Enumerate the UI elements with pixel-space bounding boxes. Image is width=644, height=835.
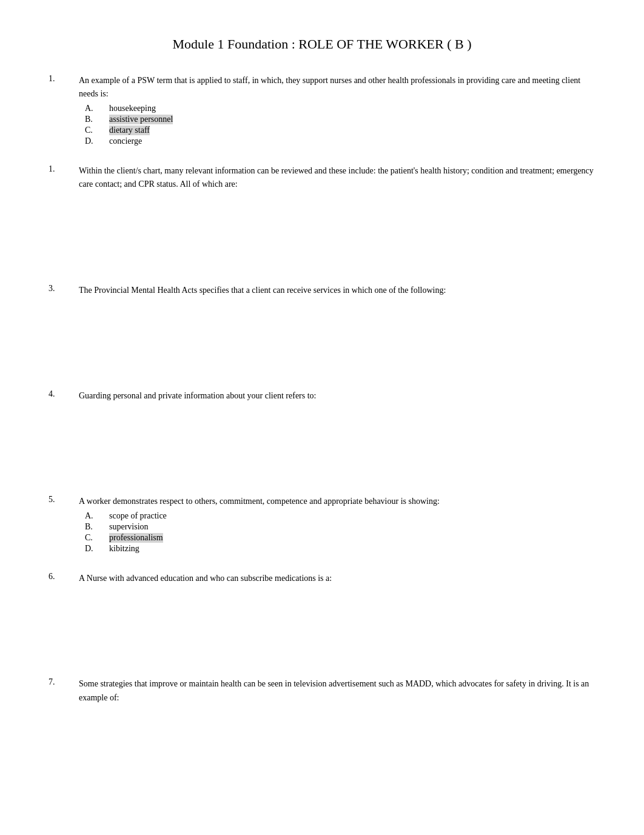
question-item: 6.A Nurse with advanced education and wh… xyxy=(49,572,595,588)
question-body: Within the client/s chart, many relevant… xyxy=(79,164,595,194)
answer-text: supervision xyxy=(109,522,149,532)
question-item: 1.An example of a PSW term that is appli… xyxy=(49,74,595,147)
answer-item: B.supervision xyxy=(79,522,595,532)
question-item: 4.Guarding personal and private informat… xyxy=(49,389,595,405)
questions-container: 1.An example of a PSW term that is appli… xyxy=(49,74,595,707)
question-text: The Provincial Mental Health Acts specif… xyxy=(79,284,595,297)
question-number: 1. xyxy=(49,74,79,84)
question-text: An example of a PSW term that is applied… xyxy=(79,74,595,101)
answer-item: A.scope of practice xyxy=(79,511,595,521)
answer-text: assistive personnel xyxy=(109,115,173,124)
question-text: A worker demonstrates respect to others,… xyxy=(79,495,595,508)
answer-letter: D. xyxy=(79,544,109,554)
question-body: Guarding personal and private informatio… xyxy=(79,389,595,405)
question-text: Guarding personal and private informatio… xyxy=(79,389,595,403)
answer-text: scope of practice xyxy=(109,511,167,521)
question-body: A Nurse with advanced education and who … xyxy=(79,572,595,588)
answer-letter: C. xyxy=(79,533,109,543)
answer-text: professionalism xyxy=(109,533,163,543)
question-text: Some strategies that improve or maintain… xyxy=(79,677,595,705)
answer-item: C.dietary staff xyxy=(79,126,595,135)
question-number: 4. xyxy=(49,389,79,399)
question-body: The Provincial Mental Health Acts specif… xyxy=(79,284,595,300)
answer-letter: D. xyxy=(79,136,109,146)
question-text: Within the client/s chart, many relevant… xyxy=(79,164,595,192)
question-number: 7. xyxy=(49,677,79,687)
answer-item: A.housekeeping xyxy=(79,104,595,113)
question-item: 5.A worker demonstrates respect to other… xyxy=(49,495,595,554)
answer-letter: B. xyxy=(79,115,109,124)
answer-letter: A. xyxy=(79,104,109,113)
answer-item: D.kibitzing xyxy=(79,544,595,554)
answer-letter: B. xyxy=(79,522,109,532)
answer-item: C.professionalism xyxy=(79,533,595,543)
page-title: Module 1 Foundation : ROLE OF THE WORKER… xyxy=(49,36,595,52)
answer-list: A.housekeepingB.assistive personnelC.die… xyxy=(79,104,595,146)
question-body: A worker demonstrates respect to others,… xyxy=(79,495,595,554)
question-item: 1.Within the client/s chart, many releva… xyxy=(49,164,595,194)
question-number: 3. xyxy=(49,284,79,293)
answer-list: A.scope of practiceB.supervisionC.profes… xyxy=(79,511,595,554)
question-body: An example of a PSW term that is applied… xyxy=(79,74,595,147)
answer-letter: C. xyxy=(79,126,109,135)
question-number: 5. xyxy=(49,495,79,505)
answer-text: kibitzing xyxy=(109,544,139,554)
question-item: 7.Some strategies that improve or mainta… xyxy=(49,677,595,707)
question-text: A Nurse with advanced education and who … xyxy=(79,572,595,585)
question-item: 3.The Provincial Mental Health Acts spec… xyxy=(49,284,595,300)
answer-text: housekeeping xyxy=(109,104,156,113)
question-number: 6. xyxy=(49,572,79,582)
answer-text: concierge xyxy=(109,136,142,146)
answer-letter: A. xyxy=(79,511,109,521)
answer-item: D.concierge xyxy=(79,136,595,146)
answer-text: dietary staff xyxy=(109,126,150,135)
answer-item: B.assistive personnel xyxy=(79,115,595,124)
question-number: 1. xyxy=(49,164,79,174)
question-body: Some strategies that improve or maintain… xyxy=(79,677,595,707)
